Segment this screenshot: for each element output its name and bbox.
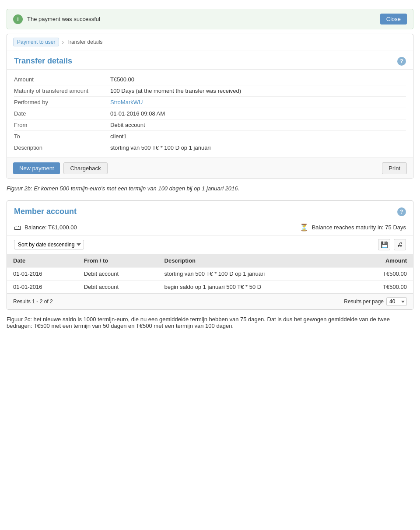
member-help-icon[interactable]: ? bbox=[397, 207, 406, 216]
label-to: To bbox=[14, 133, 110, 140]
caption-2: Figuur 2c: het nieuwe saldo is 1000 term… bbox=[7, 316, 413, 329]
detail-row-description: Description storting van 500 T€ * 100 D … bbox=[14, 142, 406, 153]
table-row: 01-01-2016 Debit account begin saldo op … bbox=[7, 281, 413, 294]
label-from: From bbox=[14, 122, 110, 128]
member-panel-title: Member account bbox=[14, 207, 77, 216]
detail-row-amount: Amount T€500.00 bbox=[14, 74, 406, 85]
chargeback-button[interactable]: Chargeback bbox=[63, 162, 107, 174]
cell-description-1: begin saldo op 1 januari 500 T€ * 50 D bbox=[158, 281, 351, 294]
breadcrumb-separator: › bbox=[62, 39, 64, 46]
cell-date-0: 01-01-2016 bbox=[7, 267, 78, 281]
info-icon: i bbox=[13, 14, 23, 24]
save-button[interactable]: 💾 bbox=[378, 239, 390, 250]
close-button[interactable]: Close bbox=[380, 14, 407, 25]
detail-row-to: To client1 bbox=[14, 131, 406, 142]
col-header-date: Date bbox=[7, 254, 78, 267]
member-account-panel: Member account ? 🗃 Balance: T€1,000.00 ⏳… bbox=[7, 200, 413, 310]
label-description: Description bbox=[14, 144, 110, 151]
balance-row: 🗃 Balance: T€1,000.00 ⏳ Balance reaches … bbox=[7, 220, 413, 235]
table-header-row: Date From / to Description Amount bbox=[7, 254, 413, 267]
col-header-from-to: From / to bbox=[78, 254, 158, 267]
maturity-label: Balance reaches maturity in: 75 Days bbox=[312, 224, 406, 231]
print-button[interactable]: Print bbox=[382, 162, 407, 174]
transfer-panel-header: Transfer details ? bbox=[7, 50, 413, 70]
breadcrumb-step2: Transfer details bbox=[66, 39, 102, 45]
table-row: 01-01-2016 Debit account storting van 50… bbox=[7, 267, 413, 281]
balance-left: 🗃 Balance: T€1,000.00 bbox=[14, 224, 300, 232]
balance-label: Balance: T€1,000.00 bbox=[24, 224, 77, 231]
balance-right: ⏳ Balance reaches maturity in: 75 Days bbox=[300, 223, 406, 232]
caption-1: Figuur 2b: Er komen 500 termijn-euro's m… bbox=[7, 185, 413, 192]
success-message-container: i The payment was successful bbox=[13, 14, 100, 24]
sort-bar: Sort by date descending Sort by date asc… bbox=[7, 235, 413, 254]
results-label: Results 1 - 2 of 2 bbox=[13, 298, 53, 305]
cell-description-0: storting van 500 T€ * 100 D op 1 januari bbox=[158, 267, 351, 281]
detail-row-performed-by: Performed by StroMarkWU bbox=[14, 97, 406, 108]
per-page-label: Results per page bbox=[344, 298, 384, 305]
value-performed-by[interactable]: StroMarkWU bbox=[110, 99, 143, 105]
value-date: 01-01-2016 09:08 AM bbox=[110, 110, 165, 117]
transfer-action-bar: New payment Chargeback Print bbox=[7, 158, 413, 179]
cell-from-to-1: Debit account bbox=[78, 281, 158, 294]
label-date: Date bbox=[14, 110, 110, 117]
breadcrumb: Payment to user › Transfer details bbox=[7, 34, 413, 50]
transfer-details-panel: Payment to user › Transfer details Trans… bbox=[7, 34, 413, 179]
transfer-panel-title: Transfer details bbox=[14, 56, 72, 66]
print-table-button[interactable]: 🖨 bbox=[394, 239, 406, 250]
pagination-bar: Results 1 - 2 of 2 Results per page 40 2… bbox=[7, 293, 413, 309]
per-page-container: Results per page 40 20 100 bbox=[344, 297, 407, 306]
col-header-description: Description bbox=[158, 254, 351, 267]
value-maturity: 100 Days (at the moment the transfer was… bbox=[110, 88, 241, 94]
sort-select[interactable]: Sort by date descending Sort by date asc… bbox=[14, 240, 84, 249]
member-table: Date From / to Description Amount 01-01-… bbox=[7, 254, 413, 293]
cell-amount-1: T€500.00 bbox=[351, 281, 413, 294]
sort-bar-left: Sort by date descending Sort by date asc… bbox=[14, 240, 84, 249]
value-to: client1 bbox=[110, 133, 127, 140]
cell-date-1: 01-01-2016 bbox=[7, 281, 78, 294]
success-message: The payment was successful bbox=[27, 16, 100, 22]
breadcrumb-step1[interactable]: Payment to user bbox=[13, 38, 59, 46]
transfer-details-table: Amount T€500.00 Maturity of transfered a… bbox=[7, 70, 413, 158]
detail-row-date: Date 01-01-2016 09:08 AM bbox=[14, 108, 406, 119]
label-amount: Amount bbox=[14, 76, 110, 83]
cell-amount-0: T€500.00 bbox=[351, 267, 413, 281]
help-icon[interactable]: ? bbox=[397, 57, 406, 66]
balance-icon: 🗃 bbox=[14, 224, 21, 232]
new-payment-button[interactable]: New payment bbox=[13, 162, 60, 174]
col-header-amount: Amount bbox=[351, 254, 413, 267]
save-icon: 💾 bbox=[381, 241, 388, 248]
action-bar-left: New payment Chargeback bbox=[13, 162, 108, 174]
value-from: Debit account bbox=[110, 122, 145, 128]
detail-row-from: From Debit account bbox=[14, 119, 406, 131]
value-description: storting van 500 T€ * 100 D op 1 januari bbox=[110, 144, 211, 151]
member-panel-header: Member account ? bbox=[7, 201, 413, 220]
detail-row-maturity: Maturity of transfered amount 100 Days (… bbox=[14, 85, 406, 97]
label-performed-by: Performed by bbox=[14, 99, 110, 105]
maturity-icon: ⏳ bbox=[300, 223, 308, 232]
value-amount: T€500.00 bbox=[110, 76, 134, 83]
success-bar: i The payment was successful Close bbox=[7, 9, 413, 29]
per-page-select[interactable]: 40 20 100 bbox=[386, 297, 407, 306]
label-maturity: Maturity of transfered amount bbox=[14, 88, 110, 94]
cell-from-to-0: Debit account bbox=[78, 267, 158, 281]
sort-bar-right: 💾 🖨 bbox=[378, 239, 406, 250]
print-icon: 🖨 bbox=[397, 241, 403, 248]
